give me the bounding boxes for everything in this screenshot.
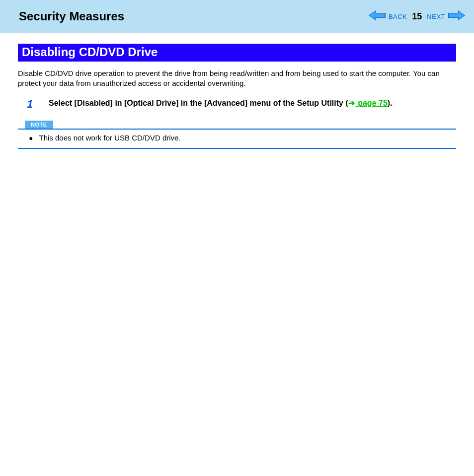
- page-title: Security Measures: [19, 9, 124, 23]
- note-item: ● This does not work for USB CD/DVD driv…: [29, 134, 456, 143]
- step-number: 1: [27, 98, 49, 110]
- back-link[interactable]: BACK: [389, 13, 407, 20]
- step-text-a: Select [Disabled] in [Optical Drive] in …: [49, 99, 348, 107]
- step-1: 1 Select [Disabled] in [Optical Drive] i…: [18, 98, 456, 110]
- page-nav: BACK 15 NEXT: [369, 10, 465, 22]
- bullet-icon: ●: [29, 134, 33, 143]
- page-ref-link[interactable]: page 75: [356, 99, 388, 107]
- page-number: 15: [412, 11, 422, 22]
- intro-paragraph: Disable CD/DVD drive operation to preven…: [18, 68, 456, 89]
- svg-marker-1: [370, 11, 385, 19]
- note-body: ● This does not work for USB CD/DVD driv…: [18, 130, 456, 149]
- page-header: Security Measures BACK 15 NEXT: [0, 0, 474, 33]
- main-content: Disabling CD/DVD Drive Disable CD/DVD dr…: [0, 33, 474, 149]
- note-item-text: This does not work for USB CD/DVD drive.: [39, 134, 180, 142]
- note-label: NOTE: [25, 121, 53, 129]
- step-instruction: Select [Disabled] in [Optical Drive] in …: [49, 98, 393, 109]
- next-arrow-icon[interactable]: [448, 10, 465, 22]
- note-header: NOTE: [18, 121, 456, 130]
- section-heading: Disabling CD/DVD Drive: [18, 44, 456, 62]
- next-link[interactable]: NEXT: [427, 13, 445, 20]
- svg-marker-3: [449, 11, 464, 19]
- page-ref-arrow-icon: ➔: [348, 99, 355, 107]
- back-arrow-icon[interactable]: [369, 10, 386, 22]
- step-text-b: ).: [388, 99, 393, 107]
